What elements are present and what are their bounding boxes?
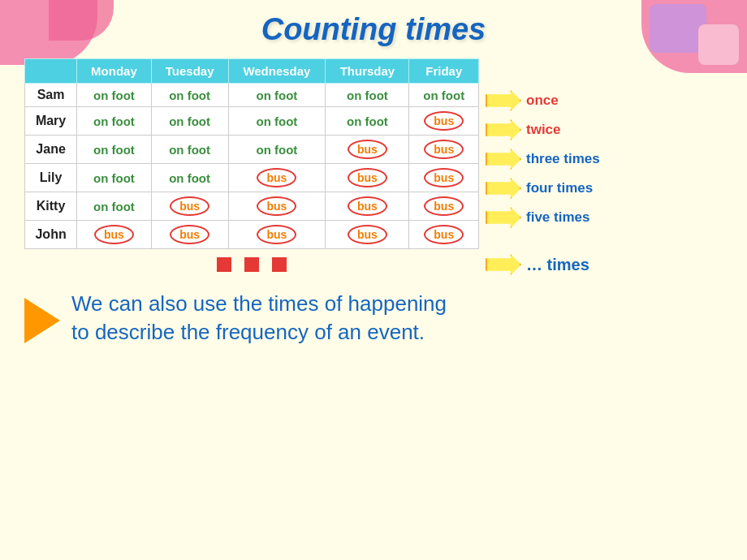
table-cell: on foot xyxy=(77,164,152,192)
bus-label: bus xyxy=(348,225,387,244)
table-header xyxy=(25,59,77,84)
table-cell: bus xyxy=(326,192,409,221)
table-row: Maryon footon footon footon footbus xyxy=(25,107,479,136)
table-cell: bus xyxy=(326,221,409,249)
table-cell: bus xyxy=(409,136,479,164)
frequency-row: five times xyxy=(486,203,600,232)
frequency-row: three times xyxy=(486,144,600,174)
table-cell: on foot xyxy=(228,84,326,107)
freq-arrow xyxy=(486,149,521,170)
freq-label: five times xyxy=(526,209,589,226)
table-cell: bus xyxy=(409,107,479,136)
freq-arrow xyxy=(486,90,521,111)
table-header: Monday xyxy=(77,59,152,84)
table-cell: on foot xyxy=(151,164,228,192)
bottom-text-line2: to describe the frequency of an event. xyxy=(71,320,425,344)
table-header: Tuesday xyxy=(151,59,228,84)
dots-row: … times xyxy=(24,254,731,275)
name-cell: Mary xyxy=(25,107,77,136)
bus-label: bus xyxy=(424,225,464,244)
bus-label: bus xyxy=(424,111,464,131)
dots-arrow-label: … times xyxy=(486,254,589,275)
table-row: Janeon footon footon footbusbus xyxy=(25,136,479,164)
bus-label: bus xyxy=(348,196,387,216)
table-cell: on foot xyxy=(77,84,152,107)
table-cell: on foot xyxy=(151,107,228,136)
table-cell: on foot xyxy=(326,107,409,136)
table-row: Johnbusbusbusbusbus xyxy=(25,221,479,249)
table-cell: bus xyxy=(326,136,409,164)
dots-spacer xyxy=(24,257,479,272)
bottom-text-line1: We can also use the times of happening xyxy=(71,291,447,316)
table-cell: bus xyxy=(326,164,409,192)
frequency-labels: oncetwicethree timesfour timesfive times xyxy=(486,86,600,232)
bus-label: bus xyxy=(424,196,464,216)
dots-arrow xyxy=(486,254,521,275)
name-cell: Kitty xyxy=(25,192,77,221)
bus-label: bus xyxy=(424,168,464,187)
bus-label: bus xyxy=(424,140,464,159)
table-cell: bus xyxy=(228,164,326,192)
table-cell: bus xyxy=(151,221,228,249)
schedule-table: MondayTuesdayWednesdayThursdayFridaySamo… xyxy=(24,58,479,249)
red-square-3 xyxy=(272,257,287,272)
table-row: Lilyon footon footbusbusbus xyxy=(25,164,479,192)
bus-label: bus xyxy=(348,168,387,187)
bus-label: bus xyxy=(170,225,209,244)
table-and-labels: MondayTuesdayWednesdayThursdayFridaySamo… xyxy=(24,58,731,249)
table-cell: on foot xyxy=(326,84,409,107)
table-cell: on foot xyxy=(77,192,152,221)
freq-arrow xyxy=(486,207,521,228)
name-cell: Sam xyxy=(25,84,77,107)
table-cell: on foot xyxy=(77,136,152,164)
table-cell: on foot xyxy=(151,84,228,107)
table-header: Friday xyxy=(409,59,479,84)
table-cell: bus xyxy=(409,192,479,221)
red-square-1 xyxy=(217,257,231,272)
freq-arrow xyxy=(486,119,521,140)
table-cell: on foot xyxy=(228,136,326,164)
bus-label: bus xyxy=(348,140,387,159)
table-cell: bus xyxy=(228,221,326,249)
freq-arrow xyxy=(486,178,521,199)
frequency-row: twice xyxy=(486,115,600,144)
table-cell: bus xyxy=(228,192,326,221)
table-row: Samon footon footon footon footon foot xyxy=(25,84,479,107)
frequency-row: four times xyxy=(486,174,600,203)
freq-label: three times xyxy=(526,151,600,167)
name-cell: Lily xyxy=(25,164,77,192)
table-cell: on foot xyxy=(409,84,479,107)
table-row: Kittyon footbusbusbusbus xyxy=(25,192,479,221)
bus-label: bus xyxy=(170,196,209,216)
page-title: Counting times xyxy=(16,8,731,47)
table-header: Wednesday xyxy=(228,59,326,84)
bus-label: bus xyxy=(94,225,134,244)
freq-label: four times xyxy=(526,180,593,196)
frequency-row: once xyxy=(486,86,600,115)
table-cell: on foot xyxy=(77,107,152,136)
bottom-text: We can also use the times of happening t… xyxy=(71,290,447,347)
table-cell: on foot xyxy=(228,107,326,136)
table-cell: bus xyxy=(77,221,152,249)
freq-label: once xyxy=(526,93,559,109)
name-cell: Jane xyxy=(25,136,77,164)
table-cell: bus xyxy=(409,164,479,192)
red-square-2 xyxy=(244,257,259,272)
main-content: Counting times MondayTuesdayWednesdayThu… xyxy=(0,0,747,355)
bottom-section: We can also use the times of happening t… xyxy=(24,290,731,347)
table-cell: bus xyxy=(151,192,228,221)
ellipsis-times-label: … times xyxy=(526,256,589,274)
name-cell: John xyxy=(25,221,77,249)
table-cell: bus xyxy=(409,221,479,249)
bus-label: bus xyxy=(257,168,296,187)
table-header: Thursday xyxy=(326,59,409,84)
freq-label: twice xyxy=(526,122,561,138)
bus-label: bus xyxy=(257,196,296,216)
table-cell: on foot xyxy=(151,136,228,164)
bus-label: bus xyxy=(257,225,296,244)
orange-arrow xyxy=(24,298,60,343)
